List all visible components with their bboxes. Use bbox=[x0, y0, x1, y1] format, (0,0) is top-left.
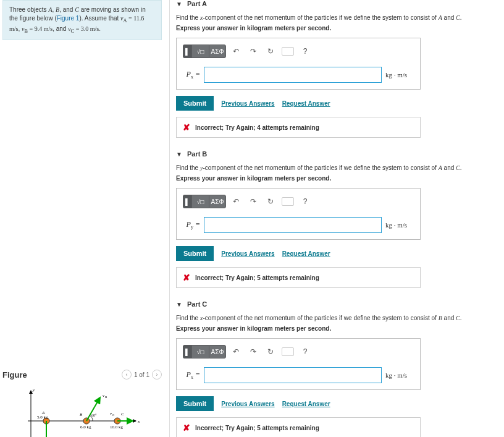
svg-text:10.0 kg: 10.0 kg bbox=[110, 425, 124, 430]
feedback-text: Incorrect; Try Again; 5 attempts remaini… bbox=[195, 425, 319, 431]
reset-button[interactable]: ↻ bbox=[263, 345, 278, 359]
figure-prev-button[interactable]: ‹ bbox=[122, 370, 132, 380]
svg-text:5.0 kg: 5.0 kg bbox=[37, 415, 48, 420]
figure-link[interactable]: Figure 1 bbox=[57, 15, 80, 22]
part-block: ▼ Part C Find the x-component of the net… bbox=[176, 300, 504, 437]
answer-panel: ▌ √□ ΑΣΦ ↶ ↷ ↻ ? Py = kg · m/s bbox=[176, 188, 421, 240]
answer-panel: ▌ √□ ΑΣΦ ↶ ↷ ↻ ? Px = kg · m/s bbox=[176, 338, 421, 390]
part-prompt: Find the x-component of the net momentum… bbox=[176, 14, 504, 22]
greek-button[interactable]: ΑΣΦ bbox=[209, 45, 226, 58]
part-prompt: Find the y-component of the net momentum… bbox=[176, 164, 504, 172]
redo-button[interactable]: ↷ bbox=[246, 195, 261, 208]
sqrt-button[interactable]: √□ bbox=[191, 195, 209, 208]
answer-input[interactable] bbox=[204, 217, 382, 233]
problem-statement: Three objects A, B, and C are moving as … bbox=[2, 0, 162, 40]
greek-button[interactable]: ΑΣΦ bbox=[209, 345, 226, 359]
incorrect-icon: ✘ bbox=[183, 122, 190, 132]
templates-button[interactable]: ▌ bbox=[183, 195, 191, 208]
equation-toolbar: ▌ √□ ΑΣΦ ↶ ↷ ↻ ? bbox=[183, 345, 414, 359]
reset-button[interactable]: ↻ bbox=[263, 45, 278, 58]
feedback-panel: ✘ Incorrect; Try Again; 5 attempts remai… bbox=[176, 417, 421, 437]
greek-button[interactable]: ΑΣΦ bbox=[209, 195, 226, 208]
answer-unit: kg · m/s bbox=[385, 221, 414, 229]
equation-toolbar: ▌ √□ ΑΣΦ ↶ ↷ ↻ ? bbox=[183, 45, 414, 58]
part-block: ▼ Part B Find the y-component of the net… bbox=[176, 150, 504, 288]
help-button[interactable]: ? bbox=[298, 345, 313, 359]
part-prompt: Find the x-component of the net momentum… bbox=[176, 314, 504, 323]
undo-button[interactable]: ↶ bbox=[229, 45, 243, 58]
feedback-text: Incorrect; Try Again; 4 attempts remaini… bbox=[195, 124, 319, 131]
answer-panel: ▌ √□ ΑΣΦ ↶ ↷ ↻ ? Px = kg · m/s bbox=[176, 38, 421, 90]
part-instruction: Express your answer in kilogram meters p… bbox=[176, 325, 504, 332]
svg-text:B: B bbox=[105, 396, 107, 399]
figure-pager: 1 of 1 bbox=[134, 371, 149, 378]
help-button[interactable]: ? bbox=[298, 45, 313, 58]
previous-answers-link[interactable]: Previous Answers bbox=[221, 100, 274, 107]
keyboard-icon[interactable] bbox=[280, 345, 295, 359]
equation-toolbar: ▌ √□ ΑΣΦ ↶ ↷ ↻ ? bbox=[183, 195, 414, 208]
request-answer-link[interactable]: Request Answer bbox=[282, 401, 330, 407]
feedback-panel: ✘ Incorrect; Try Again; 5 attempts remai… bbox=[176, 267, 421, 288]
templates-button[interactable]: ▌ bbox=[183, 45, 191, 58]
svg-text:B: B bbox=[80, 412, 83, 417]
svg-text:C: C bbox=[121, 412, 124, 417]
answer-input[interactable] bbox=[204, 367, 382, 383]
collapse-caret-icon[interactable]: ▼ bbox=[176, 301, 182, 308]
feedback-text: Incorrect; Try Again; 5 attempts remaini… bbox=[195, 274, 319, 281]
figure-title: Figure bbox=[2, 370, 27, 380]
svg-text:x: x bbox=[137, 419, 140, 424]
svg-text:60°: 60° bbox=[91, 414, 97, 417]
reset-button[interactable]: ↻ bbox=[263, 195, 278, 208]
part-block: ▼ Part A Find the x-component of the net… bbox=[176, 0, 504, 138]
figure-next-button[interactable]: › bbox=[152, 370, 162, 380]
answer-label: Px = bbox=[183, 370, 200, 380]
request-answer-link[interactable]: Request Answer bbox=[282, 250, 330, 257]
svg-line-11 bbox=[86, 397, 100, 421]
collapse-caret-icon[interactable]: ▼ bbox=[176, 151, 182, 158]
incorrect-icon: ✘ bbox=[183, 423, 190, 433]
svg-text:C: C bbox=[112, 414, 115, 417]
templates-button[interactable]: ▌ bbox=[183, 345, 191, 359]
answer-input[interactable] bbox=[204, 67, 382, 83]
help-button[interactable]: ? bbox=[298, 195, 313, 208]
figure-diagram: x y A 5.0 kg vA B 6.0 kg 60° vB bbox=[2, 384, 162, 437]
submit-button[interactable]: Submit bbox=[176, 246, 214, 261]
request-answer-link[interactable]: Request Answer bbox=[282, 100, 330, 107]
undo-button[interactable]: ↶ bbox=[229, 345, 243, 359]
part-title: Part C bbox=[187, 300, 207, 308]
previous-answers-link[interactable]: Previous Answers bbox=[221, 250, 274, 257]
figure-panel: Figure ‹ 1 of 1 › bbox=[2, 370, 162, 437]
keyboard-icon[interactable] bbox=[280, 195, 295, 208]
incorrect-icon: ✘ bbox=[183, 273, 190, 282]
part-title: Part A bbox=[187, 0, 207, 7]
svg-text:y: y bbox=[32, 388, 35, 392]
answer-label: Px = bbox=[183, 70, 200, 80]
part-instruction: Express your answer in kilogram meters p… bbox=[176, 175, 504, 182]
submit-button[interactable]: Submit bbox=[176, 396, 214, 411]
sqrt-button[interactable]: √□ bbox=[191, 345, 209, 359]
previous-answers-link[interactable]: Previous Answers bbox=[221, 401, 274, 407]
keyboard-icon[interactable] bbox=[280, 45, 295, 58]
sqrt-button[interactable]: √□ bbox=[191, 45, 209, 58]
svg-text:6.0 kg: 6.0 kg bbox=[80, 425, 91, 430]
part-title: Part B bbox=[187, 150, 207, 158]
feedback-panel: ✘ Incorrect; Try Again; 4 attempts remai… bbox=[176, 117, 421, 138]
submit-button[interactable]: Submit bbox=[176, 96, 214, 111]
part-instruction: Express your answer in kilogram meters p… bbox=[176, 25, 504, 32]
redo-button[interactable]: ↷ bbox=[246, 45, 261, 58]
answer-unit: kg · m/s bbox=[385, 371, 414, 379]
answer-unit: kg · m/s bbox=[385, 71, 414, 78]
redo-button[interactable]: ↷ bbox=[246, 345, 261, 359]
undo-button[interactable]: ↶ bbox=[229, 195, 243, 208]
answer-label: Py = bbox=[183, 220, 200, 230]
collapse-caret-icon[interactable]: ▼ bbox=[176, 1, 182, 7]
